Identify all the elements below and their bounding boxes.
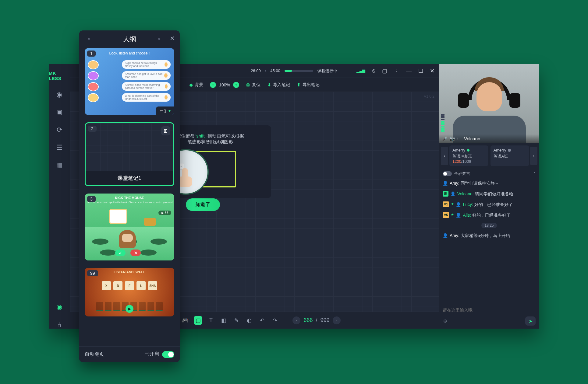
chat-input[interactable] [443,308,536,312]
redo-button[interactable]: ↷ [271,316,279,325]
letter-tile: F [125,281,134,290]
mic-icon[interactable]: 🎤 [442,136,447,141]
auto-flip-status: 已开启 [144,351,159,358]
monitor-icon[interactable]: ▢ [382,68,387,74]
slide-action-bar[interactable]: ▭▯ ▾ [156,106,174,115]
chat-message: 👤 Amy: 同学们请保持安静～ [443,180,536,187]
quiz-option: A smile is the most charming part of a p… [122,82,171,91]
sidebar-right: 🎤 📷 🖵 Volcano ‹ Amerry 英语冲刺班 1200/1008 A… [439,64,539,329]
zoom-out-button[interactable]: − [210,82,216,88]
collapse-chat-icon[interactable]: ˄ [533,172,536,176]
letter-tile: L [136,281,146,290]
video-username: Volcano [464,136,480,141]
chat-list[interactable]: 👤 Amy: 同学们请保持安静～ 讲 👤 Volcano: 请同学们做好准备哈 … [439,179,539,304]
apps-icon[interactable]: ▦ [56,161,62,169]
mute-all-row: 全班禁言 ˄ [439,169,539,179]
mole-icon [119,230,136,248]
outline-slide-card[interactable]: 1 Look, listen and choose ! A girl shoul… [85,48,174,115]
teacher-video[interactable]: 🎤 📷 🖵 Volcano [439,64,539,143]
star-icon: ★ [451,201,454,207]
mute-all-toggle[interactable] [443,171,452,176]
eye-off-icon[interactable]: ⦸ [372,68,375,74]
import-notes-button[interactable]: ⬇导入笔记 [267,82,290,88]
outline-toggle-icon[interactable]: ◉ [56,303,62,311]
user-icon: 👤 [443,180,448,187]
vip-badge-icon: V5 [443,212,449,218]
chat-message: 讲 👤 Volcano: 请同学们做好准备哈 [443,191,536,197]
page-sep: / [316,317,317,323]
auto-flip-toggle[interactable] [162,351,174,358]
eraser-tool-button[interactable]: ◧ [219,316,228,325]
pager: ‹ 666 /999 › [292,316,340,324]
library-icon[interactable]: ⑃ [57,321,61,329]
undo-button[interactable]: ↶ [258,316,266,325]
shape-tool-button[interactable]: ▢ [194,316,202,325]
tool-rail: MK LESS ◉ ▣ ⟳ ☰ ▦ ◉ ⑃ [49,64,70,329]
status-online-icon [467,149,469,152]
ab-card-icon[interactable]: ▣ [56,108,62,116]
outline-game-card[interactable]: 3 KICK THE MOUSE Listen the words and sp… [85,194,174,260]
class-prev-button[interactable]: ‹ [441,147,448,165]
zoom-control: − 100% + [210,82,239,88]
pen-tool-button[interactable]: ✎ [232,316,241,325]
quiz-option: A woman has got to love a bad man once [122,71,171,80]
version-tag: V1.0.2 [424,94,434,99]
brush-tool-button[interactable]: ◐ [245,316,253,325]
slide-number: 99 [87,270,98,276]
user-icon: 👤 [456,201,461,208]
outline-note-card[interactable]: 2 🗑 课堂笔记1 [85,122,174,186]
refresh-camera-icon[interactable]: ⟳ [57,126,62,134]
class-card[interactable]: Amerry 英语A班 [491,145,529,166]
game-subtitle: Listen the words and spell to the blank.… [85,201,174,204]
slide-title: Look, listen and choose ! [85,51,174,55]
score-badge: ▶ 36 [158,211,171,215]
progress-bar[interactable] [285,70,313,72]
reset-button[interactable]: ◎复位 [246,82,260,88]
outline-panel: 〃 大纲 〃 ✕ 1 Look, listen and choose ! A g… [79,30,180,362]
outline-game-card[interactable]: 99 LISTEN AND SPELL X D F L SHA ▶ [85,268,174,316]
zoom-in-button[interactable]: + [233,82,239,88]
emoji-icon[interactable]: ☺ [443,318,448,324]
export-icon: ⬆ [297,82,301,88]
next-page-button[interactable]: › [333,316,341,324]
send-button[interactable]: ➤ [525,316,536,326]
background-button[interactable]: ◆背景 [189,82,203,88]
mute-all-label: 全班禁言 [454,171,470,176]
chat-message: V1★ 👤 Lucy: 好的，已经准备好了 [443,201,536,208]
delete-button[interactable]: 🗑 [161,126,170,135]
outline-header: 〃 大纲 〃 ✕ [79,30,180,48]
game-title: LISTEN AND SPELL [85,270,174,274]
class-next-button[interactable]: › [530,147,537,165]
text-tool-button[interactable]: T [207,316,215,325]
letter-tile: X [102,281,111,290]
camera-icon[interactable]: ◉ [56,91,62,99]
minimize-button[interactable]: — [406,68,412,74]
list-icon[interactable]: ☰ [56,144,62,152]
confirm-button[interactable]: 知道了 [186,198,220,211]
close-button[interactable]: ✕ [430,68,434,74]
chat-message: V5★ 👤 Alis: 好的，已经准备好了 [443,212,536,218]
screen-icon[interactable]: 🖵 [457,136,462,141]
gamepad-icon[interactable]: 🎮 [181,316,190,325]
more-icon[interactable]: ⋮ [394,68,399,74]
decoration-icon: 〃 [87,36,91,43]
class-card[interactable]: Amerry 英语冲刺班 1200/1008 [449,145,488,166]
chat-input-area: ☺ ➤ [439,304,539,329]
signal-icon: ▂▄▆ [356,68,365,73]
chat-message: 👤 Amy: 大家稍等5分钟，马上开始 [443,232,536,239]
prev-page-button[interactable]: ‹ [292,316,300,324]
camera-small-icon[interactable]: 📷 [450,136,455,141]
lesson-status: 课程进行中 [317,68,337,74]
slide-number: 1 [87,51,96,57]
maximize-button[interactable]: ☐ [418,68,423,74]
export-notes-button[interactable]: ⬆导出笔记 [297,82,320,88]
user-icon: 👤 [450,191,455,197]
outline-title: 大纲 [123,35,136,44]
class-selector: ‹ Amerry 英语冲刺班 1200/1008 Amerry 英语A班 › [439,143,539,169]
app-logo: MK LESS [49,71,70,81]
outline-list[interactable]: 1 Look, listen and choose ! A girl shoul… [79,48,180,346]
play-icon: ▶ [126,305,133,313]
star-icon: ★ [451,212,454,217]
close-panel-button[interactable]: ✕ [170,35,175,42]
page-current: 666 [303,317,313,323]
